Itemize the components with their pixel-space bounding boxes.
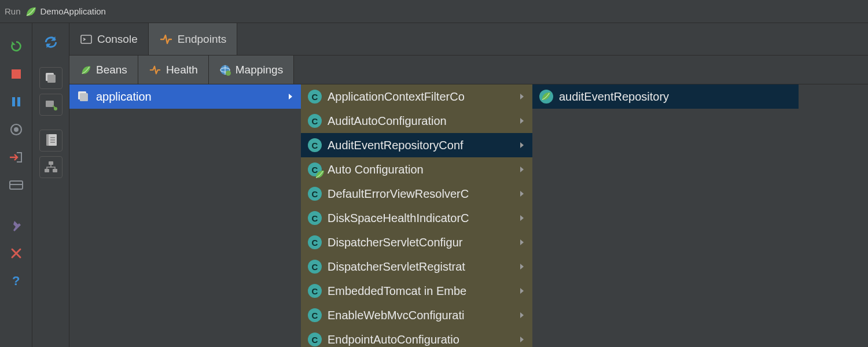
class-icon: C [308,260,322,274]
show-library-beans-button[interactable] [39,67,62,89]
bean-row[interactable]: C DefaultErrorViewResolverC [301,182,532,206]
bean-row[interactable]: C EnableWebMvcConfigurati [301,303,532,327]
chevron-right-icon [518,117,527,125]
class-icon: C [308,333,322,346]
exit-button[interactable] [8,149,24,165]
bean-label: DispatcherServletConfigur [328,236,513,249]
bean-row[interactable]: C EndpointAutoConfiguratio [301,327,532,347]
chevron-right-icon [518,93,527,101]
svg-point-24 [226,70,231,75]
svg-rect-4 [12,97,15,106]
help-button[interactable]: ? [8,273,24,289]
bean-label: AuditAutoConfiguration [328,115,513,128]
rerun-button[interactable] [8,38,24,54]
layout-button[interactable] [8,177,24,193]
chevron-right-icon [518,287,527,295]
svg-rect-20 [53,169,57,172]
class-icon: C [308,235,322,249]
bean-label: EnableWebMvcConfigurati [328,309,513,322]
class-icon: C [308,114,322,128]
svg-text:?: ? [12,274,20,288]
pin-button[interactable] [8,217,24,234]
bean-row[interactable]: C AuditAutoConfiguration [301,109,532,133]
bean-label: EndpointAutoConfiguratio [328,333,513,346]
svg-point-7 [14,127,19,132]
spring-bean-icon [539,90,553,104]
main-tabs: Console Endpoints [69,23,868,56]
dependency-row[interactable]: auditEventRepository [532,84,799,109]
bean-row[interactable]: C DispatcherServletConfigur [301,230,532,254]
chevron-right-icon [518,335,527,344]
tab-console-label: Console [97,33,138,46]
bean-label: DispatcherServletRegistrat [328,260,513,274]
run-panel-header: Run DemoApplication [0,0,868,23]
chevron-right-icon [518,311,527,319]
chevron-right-icon [518,238,527,246]
bean-row[interactable]: C ApplicationContextFilterCo [301,84,532,109]
context-column: application [69,84,301,109]
tab-health-label: Health [166,64,198,76]
close-button[interactable] [8,245,24,261]
show-contexts-button[interactable] [39,94,62,116]
bean-label: DiskSpaceHealthIndicatorC [328,212,513,225]
tab-console[interactable]: Console [69,23,149,55]
chevron-right-icon [518,165,527,174]
dependency-label: auditEventRepository [559,90,793,104]
class-icon: C [308,187,322,201]
spring-class-icon: C [308,163,322,176]
run-toolbar: ? [0,23,32,347]
bean-label: EmbeddedTomcat in Embe [328,285,513,298]
tab-endpoints-label: Endpoints [178,33,227,46]
svg-rect-19 [45,169,49,172]
pause-button[interactable] [8,94,24,110]
chevron-right-icon [518,141,527,149]
tab-mappings-label: Mappings [236,64,283,76]
svg-rect-3 [12,69,21,79]
beans-browser: application C ApplicationContextFilterCo… [69,84,868,347]
refresh-button[interactable] [39,31,62,53]
spring-leaf-icon [24,5,37,18]
show-diagram-button[interactable] [39,156,62,178]
svg-point-12 [54,107,57,110]
dump-threads-button[interactable] [8,121,24,138]
class-icon: C [308,90,322,104]
bean-label: ApplicationContextFilterCo [328,90,513,104]
show-doc-button[interactable] [39,130,62,152]
run-config-name: DemoApplication [41,6,106,16]
endpoint-tabs: Beans Health Mappings [69,56,868,84]
svg-rect-26 [80,93,88,101]
bean-label: Auto Configuration [328,163,513,176]
tab-mappings[interactable]: Mappings [209,56,294,84]
stop-button[interactable] [8,66,24,82]
tab-beans-label: Beans [96,64,127,76]
chevron-right-icon [518,263,527,271]
context-label: application [96,90,281,104]
svg-rect-18 [49,161,53,165]
class-icon: C [308,284,322,298]
bean-label: DefaultErrorViewResolverC [328,187,513,201]
tab-endpoints[interactable]: Endpoints [149,23,238,55]
bean-row[interactable]: C DiskSpaceHealthIndicatorC [301,206,532,230]
context-application[interactable]: application [69,84,301,109]
chevron-right-icon [287,93,295,101]
tab-health[interactable]: Health [138,56,209,84]
beans-column: C ApplicationContextFilterCo C AuditAuto… [301,84,532,347]
bean-label: AuditEventRepositoryConf [328,139,513,152]
class-icon: C [308,211,322,225]
stack-icon [76,90,90,104]
dependency-column: auditEventRepository [532,84,799,109]
bean-row[interactable]: C EmbeddedTomcat in Embe [301,279,532,303]
class-icon: C [308,138,322,152]
run-label: Run [5,6,21,16]
bean-row[interactable]: C Auto Configuration [301,157,532,182]
chevron-right-icon [518,190,527,198]
class-icon: C [308,308,322,322]
bean-row-selected[interactable]: C AuditEventRepositoryConf [301,133,532,157]
tab-beans[interactable]: Beans [69,56,138,84]
chevron-right-icon [518,214,527,222]
endpoints-toolbar [32,23,69,347]
svg-rect-5 [17,97,20,106]
bean-row[interactable]: C DispatcherServletRegistrat [301,254,532,279]
